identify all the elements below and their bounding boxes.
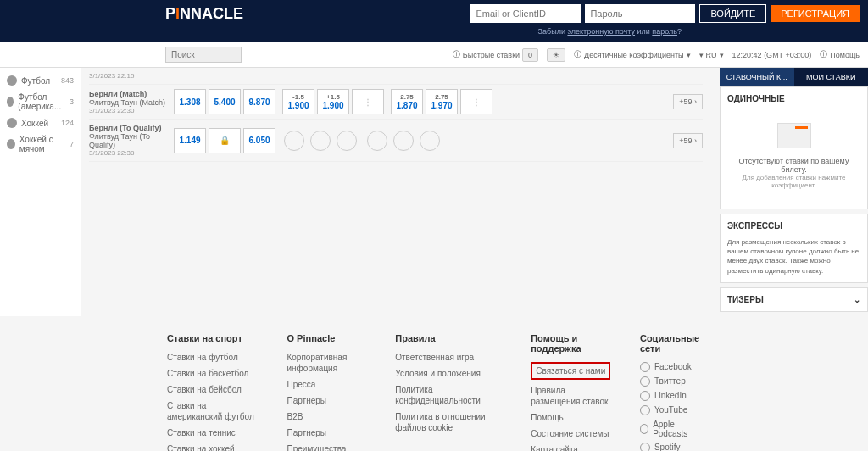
social-link[interactable]: Facebook (640, 362, 701, 372)
footer-link[interactable]: Помощь (531, 412, 615, 423)
match-row: Бернли (Match) Флитвуд Таун (Match) 3/1/… (89, 85, 703, 120)
footer-link[interactable]: Корпоративная информация (287, 352, 370, 374)
social-link[interactable]: YouTube (640, 405, 701, 415)
singles-title: ОДИНОЧНЫЕ (727, 94, 860, 103)
quick-bets-toggle[interactable]: ⓘ Быстрые ставки 0 (453, 48, 538, 62)
footer-link[interactable]: Ставки на хоккей (167, 443, 261, 451)
odds-empty (284, 131, 304, 151)
footer-link[interactable]: Условия и положения (395, 368, 505, 379)
odds-empty (310, 131, 331, 151)
sidebar-item[interactable]: Хоккей124 (0, 114, 81, 131)
password-input[interactable] (585, 4, 695, 23)
teasers-toggle[interactable]: ТИЗЕРЫ⌄ (727, 295, 860, 304)
betslip: СТАВОЧНЫЙ К... МОИ СТАВКИ ОДИНОЧНЫЕ Отсу… (720, 68, 868, 316)
toolbar: ⓘ Быстрые ставки 0 ☀ ⓘ Десятичные коэффи… (0, 42, 868, 68)
sport-icon (7, 118, 17, 128)
social-link[interactable]: Spotify (640, 443, 701, 451)
odds-button[interactable]: ⋮ (460, 89, 492, 114)
footer-link[interactable]: Политика конфиденциальности (395, 384, 505, 406)
odds-empty (337, 131, 357, 151)
apple-icon (640, 424, 648, 434)
language-select[interactable]: ▾ RU ▾ (699, 51, 724, 59)
footer-link[interactable]: Партнеры (287, 427, 370, 438)
empty-betslip-icon (777, 123, 811, 148)
footer-link[interactable]: Политика в отношении файлов cookie (395, 411, 505, 433)
odds-button[interactable]: 5.400 (209, 89, 241, 114)
footer-link[interactable]: Ответственная игра (395, 352, 505, 363)
sidebar-item[interactable]: Футбол843 (0, 72, 81, 89)
main-header: PINNACLE ВОЙДИТЕ РЕГИСТРАЦИЯ (0, 0, 868, 27)
theme-toggle[interactable]: ☀ (547, 48, 565, 62)
odds-button[interactable]: ⋮ (352, 89, 384, 114)
more-odds-button[interactable]: +59 › (673, 94, 703, 109)
sport-icon (7, 139, 15, 149)
facebook-icon (640, 362, 650, 372)
odds-button[interactable]: 2.751.870 (391, 89, 423, 114)
sidebar-item[interactable]: Футбол (америка...3 (0, 89, 81, 114)
match-row: Бернли (To Qualify) Флитвуд Таун (To Qua… (89, 120, 703, 162)
sport-icon (7, 97, 14, 107)
footer-link[interactable]: Пресса (287, 379, 370, 390)
time-display: 12:20:42 (GMT +03:00) (732, 51, 812, 59)
betslip-tab-mybets[interactable]: МОИ СТАВКИ (794, 68, 869, 86)
social-link[interactable]: LinkedIn (640, 391, 701, 401)
contact-us-link[interactable]: Связаться с нами (531, 362, 610, 380)
chevron-down-icon: ⌄ (854, 295, 860, 304)
twitter-icon (640, 376, 650, 387)
footer-link[interactable]: Ставки на теннис (167, 427, 261, 438)
spotify-icon (640, 443, 650, 451)
matches-content: 3/1/2023 22:15 Бернли (Match) Флитвуд Та… (81, 68, 711, 316)
footer-link[interactable]: Ставки на футбол (167, 352, 261, 363)
odds-button[interactable]: 6.050 (243, 128, 275, 153)
sports-sidebar: Футбол843 Футбол (америка...3 Хоккей124 … (0, 68, 81, 316)
sidebar-item[interactable]: Хоккей с мячом7 (0, 131, 81, 157)
odds-format-select[interactable]: ⓘ Десятичные коэффициенты ▾ (574, 49, 690, 60)
footer-link[interactable]: Ставки на баскетбол (167, 368, 261, 379)
footer-link[interactable]: Состояние системы (531, 428, 615, 439)
subheader: Забыли электронную почту или пароль? (0, 27, 868, 42)
odds-empty (367, 131, 387, 151)
email-input[interactable] (470, 4, 581, 23)
match-row: 3/1/2023 22:15 (89, 68, 703, 85)
linkedin-icon (640, 391, 650, 401)
footer-link[interactable]: Преимущества Pinnacle (287, 443, 370, 451)
footer: Ставки на спорт Ставки на футбол Ставки … (150, 333, 718, 451)
footer-link[interactable]: Ставки на бейсбол (167, 384, 261, 395)
odds-empty (393, 131, 414, 151)
forgot-password-link[interactable]: пароль (652, 27, 677, 36)
more-odds-button[interactable]: +59 › (673, 133, 703, 148)
footer-link[interactable]: B2B (287, 411, 370, 422)
register-button[interactable]: РЕГИСТРАЦИЯ (771, 5, 860, 22)
forgot-email-link[interactable]: электронную почту (567, 27, 635, 36)
footer-link[interactable]: Ставки на американский футбол (167, 400, 261, 422)
social-link[interactable]: Твиттер (640, 376, 701, 387)
help-link[interactable]: ⓘ Помощь (820, 49, 860, 60)
odds-button[interactable]: 9.870 (243, 89, 275, 114)
footer-link[interactable]: Правила размещения ставок (531, 385, 615, 407)
footer-link[interactable]: Карта сайта (531, 444, 615, 451)
odds-locked: 🔒 (209, 128, 241, 153)
youtube-icon (640, 405, 650, 415)
odds-button[interactable]: +1.51.900 (317, 89, 349, 114)
express-title: ЭКСПРЕССЫ (727, 221, 860, 231)
footer-link[interactable]: Партнеры (287, 395, 370, 406)
search-input[interactable] (165, 47, 242, 63)
odds-button[interactable]: 2.751.970 (426, 89, 458, 114)
logo[interactable]: PINNACLE (165, 5, 243, 23)
odds-button[interactable]: -1.51.900 (282, 89, 314, 114)
odds-empty (420, 131, 440, 151)
betslip-tab-coupon[interactable]: СТАВОЧНЫЙ К... (720, 68, 794, 86)
odds-button[interactable]: 1.149 (174, 128, 206, 153)
social-link[interactable]: Apple Podcasts (640, 420, 701, 438)
odds-button[interactable]: 1.308 (174, 89, 206, 114)
sport-icon (7, 75, 17, 86)
login-button[interactable]: ВОЙДИТЕ (699, 4, 766, 23)
